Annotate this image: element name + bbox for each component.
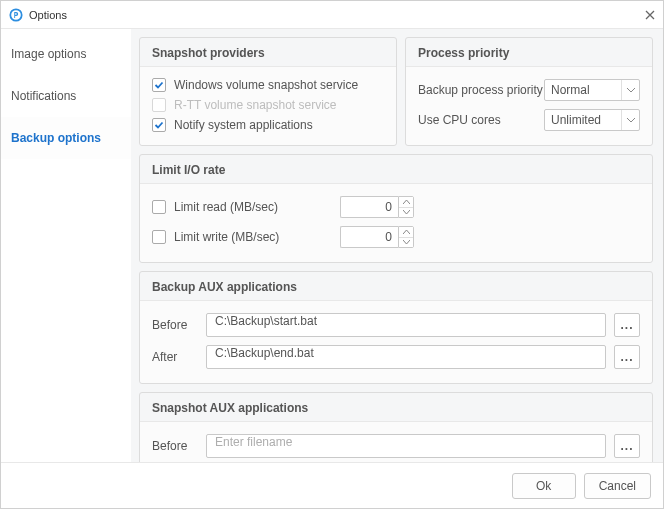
window-title: Options <box>29 9 67 21</box>
after-label: After <box>152 350 198 364</box>
limit-read-label: Limit read (MB/sec) <box>174 200 278 214</box>
backup-aux-panel: Backup AUX applications Before C:\Backup… <box>139 271 653 384</box>
spinner[interactable] <box>398 226 414 248</box>
limit-write-checkbox[interactable]: Limit write (MB/sec) <box>152 230 332 244</box>
checkbox-icon <box>152 230 166 244</box>
content: Snapshot providers Windows volume snapsh… <box>131 29 663 462</box>
checkbox-icon <box>152 98 166 112</box>
sidebar-item-backup-options[interactable]: Backup options <box>1 117 131 159</box>
app-icon <box>9 8 23 22</box>
browse-button[interactable]: ... <box>614 313 640 337</box>
backup-aux-after-input[interactable]: C:\Backup\end.bat <box>206 345 606 369</box>
sidebar: Image options Notifications Backup optio… <box>1 29 131 462</box>
sidebar-item-notifications[interactable]: Notifications <box>1 75 131 117</box>
windows-vss-row[interactable]: Windows volume snapshot service <box>152 75 384 95</box>
chevron-up-icon <box>399 227 413 238</box>
before-label: Before <box>152 318 198 332</box>
sidebar-item-image-options[interactable]: Image options <box>1 33 131 75</box>
panel-header: Backup AUX applications <box>140 272 652 301</box>
browse-button[interactable]: ... <box>614 434 640 458</box>
limit-read-input[interactable] <box>340 196 398 218</box>
panel-header: Snapshot providers <box>140 38 396 67</box>
ok-button[interactable]: Ok <box>512 473 576 499</box>
backup-priority-select[interactable]: Normal <box>544 79 640 101</box>
backup-priority-label: Backup process priority <box>418 83 544 97</box>
titlebar: Options <box>1 1 663 29</box>
limit-read-checkbox[interactable]: Limit read (MB/sec) <box>152 200 332 214</box>
checkbox-icon <box>152 200 166 214</box>
before-label: Before <box>152 439 198 453</box>
select-value: Unlimited <box>545 113 621 127</box>
io-rate-panel: Limit I/O rate Limit read (MB/sec) <box>139 154 653 263</box>
notify-apps-label: Notify system applications <box>174 118 313 132</box>
panel-header: Snapshot AUX applications <box>140 393 652 422</box>
checkbox-icon <box>152 118 166 132</box>
snapshot-aux-panel: Snapshot AUX applications Before Enter f… <box>139 392 653 462</box>
panel-header: Process priority <box>406 38 652 67</box>
select-value: Normal <box>545 83 621 97</box>
close-button[interactable] <box>645 8 655 22</box>
chevron-up-icon <box>399 197 413 208</box>
limit-write-input[interactable] <box>340 226 398 248</box>
chevron-down-icon <box>399 238 413 248</box>
chevron-down-icon <box>399 208 413 218</box>
snapshot-aux-before-input[interactable]: Enter filename <box>206 434 606 458</box>
snapshot-providers-panel: Snapshot providers Windows volume snapsh… <box>139 37 397 146</box>
cancel-button[interactable]: Cancel <box>584 473 651 499</box>
limit-write-label: Limit write (MB/sec) <box>174 230 279 244</box>
windows-vss-label: Windows volume snapshot service <box>174 78 358 92</box>
spinner[interactable] <box>398 196 414 218</box>
panel-header: Limit I/O rate <box>140 155 652 184</box>
cpu-cores-label: Use CPU cores <box>418 113 544 127</box>
backup-aux-before-input[interactable]: C:\Backup\start.bat <box>206 313 606 337</box>
footer: Ok Cancel <box>1 462 663 508</box>
process-priority-panel: Process priority Backup process priority… <box>405 37 653 146</box>
rtt-vss-row: R-TT volume snapshot service <box>152 95 384 115</box>
rtt-vss-label: R-TT volume snapshot service <box>174 98 337 112</box>
cpu-cores-select[interactable]: Unlimited <box>544 109 640 131</box>
chevron-down-icon <box>621 80 639 100</box>
chevron-down-icon <box>621 110 639 130</box>
notify-apps-row[interactable]: Notify system applications <box>152 115 384 135</box>
checkbox-icon <box>152 78 166 92</box>
browse-button[interactable]: ... <box>614 345 640 369</box>
